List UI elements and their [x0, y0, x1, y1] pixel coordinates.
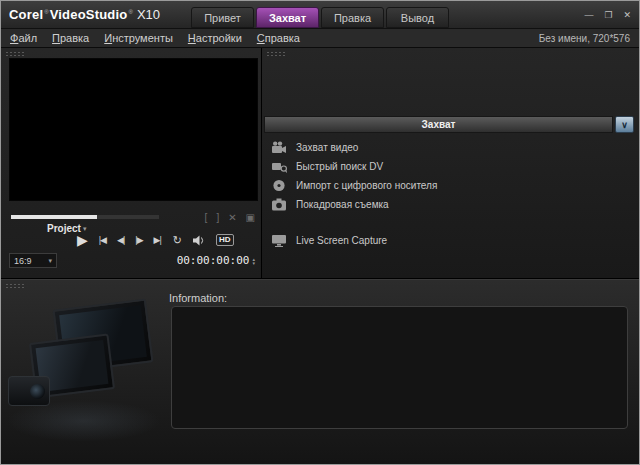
scrub-bar[interactable]: [11, 215, 159, 219]
volume-icon: [193, 235, 206, 246]
menubar: Файл Правка Инструменты Настройки Справк…: [1, 29, 639, 48]
panel-grip: [5, 283, 25, 288]
repeat-button[interactable]: ↻: [173, 234, 182, 247]
maximize-button[interactable]: ❐: [604, 10, 612, 20]
product-showcase-image: [6, 296, 164, 448]
next-frame-button[interactable]: |▶: [135, 235, 142, 245]
timecode-control: 00:00:00:00 ▴ ▾: [177, 254, 255, 267]
artwork-shadow: [6, 400, 161, 442]
menu-file[interactable]: Файл: [10, 32, 37, 44]
aspect-ratio-value: 16:9: [14, 256, 32, 266]
capture-option-label: Live Screen Capture: [296, 235, 387, 246]
tab-capture[interactable]: Захват: [256, 7, 319, 28]
cut-button[interactable]: ✕: [228, 212, 236, 223]
minimize-button[interactable]: —: [584, 10, 593, 20]
brand-corel: Corel: [9, 7, 43, 22]
capture-option-label: Импорт с цифрового носителя: [296, 180, 437, 191]
capture-option-label: Быстрый поиск DV: [296, 161, 383, 172]
prev-frame-button[interactable]: ◀|: [117, 235, 124, 245]
player-bottom-row: 16:9 ▾ 00:00:00:00 ▴ ▾: [9, 253, 255, 268]
information-label: Information:: [169, 292, 227, 304]
aspect-ratio-select[interactable]: 16:9 ▾: [9, 253, 57, 268]
brand-version: X10: [137, 7, 160, 22]
live-screen-capture-icon: [270, 234, 287, 247]
brand-product: VideoStudio: [50, 7, 128, 22]
app-logo: Corel®VideoStudio®X10: [9, 7, 160, 22]
close-button[interactable]: ✕: [623, 10, 631, 20]
chevron-down-icon: ▾: [48, 257, 52, 265]
chevron-down-icon: ∨: [621, 120, 628, 130]
trim-buttons: [ ] ✕ ▣: [205, 212, 255, 223]
menu-edit[interactable]: Правка: [52, 32, 89, 44]
capture-panel: Захват ∨ Захват видео: [262, 48, 639, 278]
capture-video-icon: [270, 141, 287, 154]
capture-option-live-screen-capture[interactable]: Live Screen Capture: [270, 231, 631, 250]
registered-mark: ®: [44, 9, 48, 15]
mark-out-button[interactable]: ]: [216, 212, 219, 223]
titlebar: Corel®VideoStudio®X10 Привет Захват Прав…: [1, 1, 639, 29]
capture-option-dv-quick-scan[interactable]: Быстрый поиск DV: [270, 157, 631, 176]
transport-controls: ▶ |◀ ◀| |▶ ▶| ↻ HD: [9, 231, 253, 249]
capture-option-label: Покадровая съемка: [296, 199, 389, 210]
information-box: [171, 306, 628, 429]
home-button[interactable]: |◀: [99, 235, 106, 245]
menu-settings[interactable]: Настройки: [188, 32, 242, 44]
window-controls: — ❐ ✕: [584, 10, 631, 20]
camcorder-image: [8, 376, 50, 406]
workspace-tabs: Привет Захват Правка Вывод: [191, 7, 449, 28]
stop-motion-icon: [270, 198, 287, 211]
tab-share[interactable]: Вывод: [386, 7, 449, 28]
hd-toggle[interactable]: HD: [216, 234, 234, 246]
mark-in-button[interactable]: [: [205, 212, 208, 223]
volume-button[interactable]: [193, 235, 206, 246]
app-window: Corel®VideoStudio®X10 Привет Захват Прав…: [0, 0, 640, 465]
timecode-spinner: ▴ ▾: [252, 257, 255, 265]
tab-edit[interactable]: Правка: [321, 7, 384, 28]
capture-option-import-digital-media[interactable]: Импорт с цифрового носителя: [270, 176, 631, 195]
menu-help[interactable]: Справка: [257, 32, 300, 44]
play-button[interactable]: ▶: [77, 233, 88, 247]
panel-grip: [266, 51, 286, 56]
trim-row: [ ] ✕ ▣: [11, 212, 255, 222]
capture-header-dropdown-button[interactable]: ∨: [615, 116, 634, 133]
capture-option-label: Захват видео: [296, 142, 358, 153]
menu-tools[interactable]: Инструменты: [104, 32, 173, 44]
tab-welcome[interactable]: Привет: [191, 7, 254, 28]
dv-quick-scan-icon: [270, 160, 287, 173]
registered-mark: ®: [128, 9, 132, 15]
capture-options-list: Захват видео Быстрый поиск DV: [270, 138, 631, 250]
main-area: [ ] ✕ ▣ Project ▾ ▶ |◀ ◀| |▶ ▶| ↻: [1, 48, 639, 279]
enlarge-button[interactable]: ▣: [246, 212, 255, 223]
timecode-value[interactable]: 00:00:00:00: [177, 254, 250, 267]
information-panel: Information:: [1, 279, 639, 464]
player-panel: [ ] ✕ ▣ Project ▾ ▶ |◀ ◀| |▶ ▶| ↻: [1, 48, 262, 278]
import-digital-media-icon: [270, 179, 287, 192]
project-title: Без имени, 720*576: [539, 33, 630, 44]
capture-header: Захват: [264, 116, 613, 133]
spinner-down-icon[interactable]: ▾: [252, 261, 255, 265]
panel-grip: [5, 51, 25, 56]
scrub-progress: [11, 215, 97, 219]
capture-option-video[interactable]: Захват видео: [270, 138, 631, 157]
video-preview[interactable]: [9, 58, 258, 201]
end-button[interactable]: ▶|: [154, 235, 161, 245]
capture-option-stop-motion[interactable]: Покадровая съемка: [270, 195, 631, 214]
